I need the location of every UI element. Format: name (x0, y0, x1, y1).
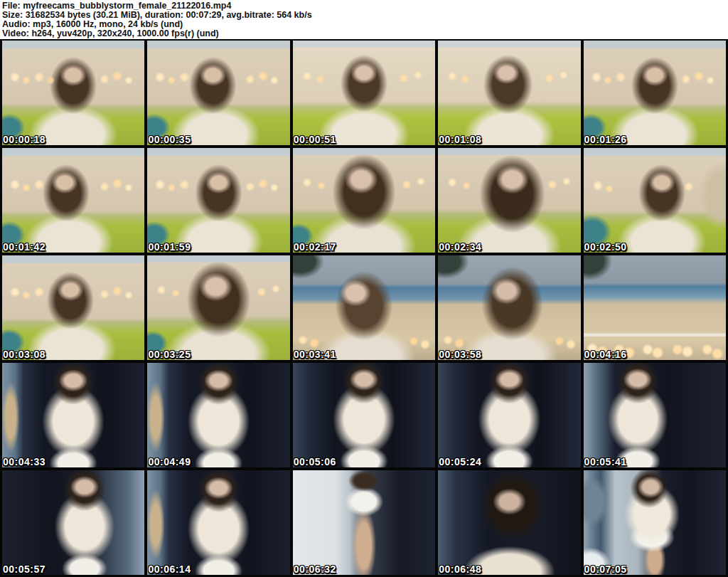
timestamp-label: 00:05:57 (3, 563, 46, 575)
timestamp-label: 00:05:41 (584, 456, 627, 467)
timestamp-label: 00:03:41 (294, 349, 336, 360)
thumbnail: 00:01:08 (438, 41, 580, 145)
thumbnail: 00:05:57 (2, 470, 144, 575)
thumbnail-grid: 00:00:18 00:00:35 00:00:51 00:01:08 00:0… (0, 39, 728, 577)
video-info-line: Video: h264, yuv420p, 320x240, 1000.00 f… (2, 29, 728, 38)
thumbnail: 00:02:50 (584, 148, 726, 253)
timestamp-label: 00:06:32 (294, 563, 336, 575)
timestamp-label: 00:02:17 (294, 241, 336, 253)
timestamp-label: 00:05:06 (294, 456, 336, 467)
timestamp-label: 00:04:49 (148, 456, 191, 467)
video-contact-sheet: File: myfreecams_bubblystorm_female_2112… (0, 0, 728, 577)
timestamp-label: 00:07:05 (584, 563, 627, 575)
timestamp-label: 00:05:24 (439, 456, 481, 467)
thumbnail: 00:03:41 (293, 255, 435, 360)
timestamp-label: 00:03:08 (3, 349, 46, 360)
thumbnail: 00:01:59 (147, 148, 289, 253)
thumbnail: 00:02:17 (293, 148, 435, 253)
timestamp-label: 00:06:14 (148, 563, 191, 575)
thumbnail: 00:00:18 (2, 41, 144, 145)
thumbnail: 00:05:06 (293, 363, 435, 467)
thumbnail: 00:01:42 (2, 148, 144, 253)
timestamp-label: 00:00:35 (148, 134, 191, 145)
thumbnail: 00:05:41 (584, 363, 726, 467)
thumbnail: 00:05:24 (438, 363, 580, 467)
timestamp-label: 00:06:48 (439, 563, 481, 575)
timestamp-label: 00:01:59 (148, 241, 191, 253)
thumbnail: 00:06:32 (293, 470, 435, 575)
timestamp-label: 00:04:16 (584, 349, 627, 360)
thumbnail: 00:01:26 (584, 41, 726, 145)
thumbnail: 00:03:08 (2, 255, 144, 360)
thumbnail: 00:04:33 (2, 363, 144, 467)
thumbnail: 00:03:25 (147, 255, 289, 360)
thumbnail: 00:06:14 (147, 470, 289, 575)
timestamp-label: 00:03:25 (148, 349, 191, 360)
timestamp-label: 00:01:26 (584, 134, 627, 145)
timestamp-label: 00:01:08 (439, 134, 481, 145)
file-info-header: File: myfreecams_bubblystorm_female_2112… (0, 0, 728, 39)
timestamp-label: 00:00:18 (3, 134, 46, 145)
timestamp-label: 00:00:51 (294, 134, 336, 145)
thumbnail: 00:02:34 (438, 148, 580, 253)
thumbnail: 00:00:35 (147, 41, 289, 145)
thumbnail: 00:03:58 (438, 255, 580, 360)
thumbnail: 00:07:05 (584, 470, 726, 575)
timestamp-label: 00:02:34 (439, 241, 481, 253)
timestamp-label: 00:02:50 (584, 241, 627, 253)
thumbnail: 00:00:51 (293, 41, 435, 145)
thumbnail: 00:06:48 (438, 470, 580, 575)
timestamp-label: 00:03:58 (439, 349, 481, 360)
thumbnail: 00:04:49 (147, 363, 289, 467)
thumbnail: 00:04:16 (584, 255, 726, 360)
timestamp-label: 00:01:42 (3, 241, 46, 253)
timestamp-label: 00:04:33 (3, 456, 46, 467)
